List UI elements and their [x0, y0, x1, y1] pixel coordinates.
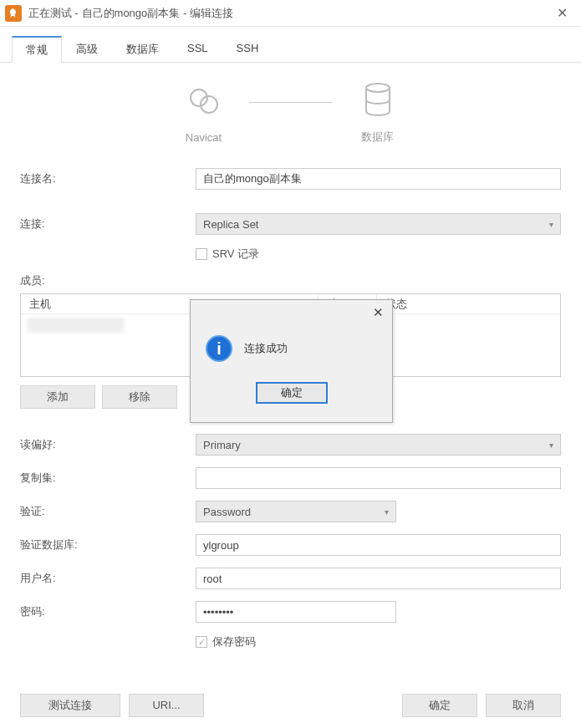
conn-type-value: Replica Set	[203, 218, 258, 231]
chevron-down-icon: ▾	[549, 220, 553, 229]
message-dialog: ✕ i 连接成功 确定	[190, 299, 393, 423]
diagram-connector	[249, 102, 333, 103]
save-pass-checkbox[interactable]	[196, 636, 207, 648]
conn-name-input[interactable]	[196, 168, 561, 190]
cancel-button[interactable]: 取消	[486, 694, 561, 717]
tab-ssl[interactable]: SSL	[173, 36, 222, 63]
tab-ssh[interactable]: SSH	[222, 36, 273, 63]
dialog-close-button[interactable]: ✕	[373, 305, 384, 320]
chevron-down-icon: ▾	[549, 440, 553, 450]
user-label: 用户名:	[20, 571, 196, 586]
window-close-button[interactable]: ✕	[543, 0, 581, 27]
auth-value: Password	[203, 506, 251, 518]
tab-general[interactable]: 常规	[12, 36, 62, 63]
footer: 测试连接 URI... 确定 取消	[0, 681, 581, 728]
read-pref-label: 读偏好:	[20, 437, 196, 452]
remove-button[interactable]: 移除	[102, 385, 177, 409]
auth-label: 验证:	[20, 504, 196, 519]
dialog-ok-button[interactable]: 确定	[256, 382, 328, 404]
pass-input[interactable]	[196, 601, 396, 623]
test-connection-button[interactable]: 测试连接	[20, 694, 120, 717]
user-input[interactable]	[196, 568, 561, 589]
pass-label: 密码:	[20, 604, 196, 619]
ok-button[interactable]: 确定	[402, 694, 477, 717]
redacted-host	[28, 318, 124, 333]
window-title: 正在测试 - 自己的mongo副本集 - 编辑连接	[28, 6, 543, 21]
uri-button[interactable]: URI...	[129, 694, 204, 717]
tabs: 常规 高级 数据库 SSL SSH	[0, 27, 581, 63]
add-button[interactable]: 添加	[20, 385, 95, 409]
conn-name-label: 连接名:	[20, 171, 196, 186]
srv-checkbox[interactable]	[196, 248, 207, 260]
dialog-message: 连接成功	[244, 341, 288, 356]
auth-db-input[interactable]	[196, 534, 561, 556]
conn-type-select[interactable]: Replica Set ▾	[196, 213, 561, 235]
srv-label: SRV 记录	[212, 247, 259, 262]
titlebar: 正在测试 - 自己的mongo副本集 - 编辑连接 ✕	[0, 0, 581, 27]
save-pass-label: 保存密码	[212, 634, 256, 649]
replset-input[interactable]	[196, 467, 561, 489]
connection-diagram: Navicat 数据库	[20, 79, 561, 145]
read-pref-value: Primary	[203, 439, 241, 451]
info-icon: i	[206, 335, 232, 362]
read-pref-select[interactable]: Primary ▾	[196, 434, 561, 456]
tab-advanced[interactable]: 高级	[62, 36, 112, 63]
members-col-status: 状态	[377, 294, 560, 313]
tab-database[interactable]: 数据库	[112, 36, 173, 63]
members-label: 成员:	[20, 273, 561, 288]
auth-db-label: 验证数据库:	[20, 537, 196, 552]
database-icon	[358, 79, 398, 123]
svg-point-2	[366, 84, 390, 92]
auth-select[interactable]: Password ▾	[196, 501, 396, 522]
diagram-right-label: 数据库	[361, 130, 394, 145]
conn-label: 连接:	[20, 216, 196, 232]
app-icon	[5, 5, 22, 22]
diagram-left-label: Navicat	[186, 131, 222, 144]
navicat-icon	[184, 81, 224, 125]
chevron-down-icon: ▾	[385, 507, 389, 517]
replset-label: 复制集:	[20, 471, 196, 486]
